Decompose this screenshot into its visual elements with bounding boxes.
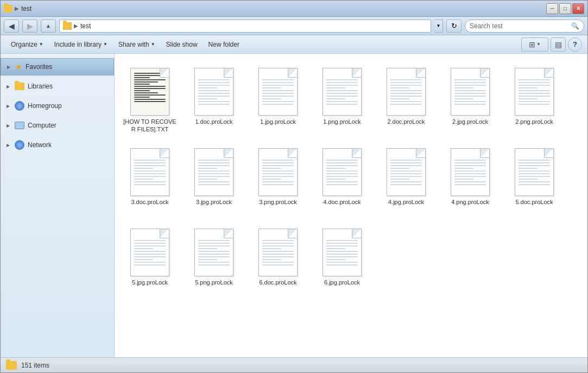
file-icon-large bbox=[128, 225, 172, 276]
address-path[interactable]: ▶ test bbox=[59, 20, 431, 33]
organize-button[interactable]: Organize ▼ bbox=[6, 37, 48, 52]
title-bar: ▶ test ─ □ ✕ bbox=[1, 1, 587, 17]
file-item[interactable]: 5.jpg.proLock bbox=[120, 220, 180, 296]
back-button[interactable]: ◀ bbox=[4, 20, 19, 33]
file-item[interactable]: 4.png.proLock bbox=[440, 140, 500, 216]
sidebar-homegroup-section: ▶ Homegroup bbox=[1, 97, 114, 115]
file-icon-large bbox=[192, 64, 236, 116]
refresh-button[interactable]: ↻ bbox=[446, 20, 461, 33]
file-item[interactable]: 6.doc.proLock bbox=[248, 220, 308, 296]
address-bar: ◀ ▶ ▲ ▶ test ▼ ↻ 🔍 bbox=[1, 17, 587, 35]
file-item[interactable]: [HOW TO RECOVER FILES].TXT bbox=[120, 59, 180, 135]
file-name: 5.doc.proLock bbox=[515, 198, 553, 206]
file-icon-large bbox=[513, 144, 556, 196]
file-item[interactable]: 5.png.proLock bbox=[184, 220, 244, 296]
file-name: 6.doc.proLock bbox=[259, 279, 296, 286]
main-area: ▶ ★ Favorites ▶ Libraries ▶ Homegroup bbox=[1, 54, 587, 357]
sidebar-label-computer: Computer bbox=[28, 122, 56, 129]
help-button[interactable]: ? bbox=[568, 37, 582, 52]
file-name: [HOW TO RECOVER FILES].TXT bbox=[123, 118, 177, 134]
file-item[interactable]: 1.doc.proLock bbox=[184, 59, 244, 135]
file-item[interactable]: 1.png.proLock bbox=[312, 59, 372, 135]
file-icon-large bbox=[448, 144, 492, 196]
sidebar-item-favorites[interactable]: ▶ ★ Favorites bbox=[1, 58, 114, 75]
doc-page bbox=[130, 68, 169, 116]
doc-page bbox=[451, 148, 490, 196]
file-item[interactable]: 3.jpg.proLock bbox=[184, 140, 244, 216]
expand-icon: ▶ bbox=[5, 122, 11, 129]
sidebar-item-homegroup[interactable]: ▶ Homegroup bbox=[1, 97, 114, 115]
share-with-button[interactable]: Share with ▼ bbox=[113, 37, 160, 52]
file-icon-large bbox=[192, 225, 236, 276]
sidebar-item-computer[interactable]: ▶ Computer bbox=[1, 117, 114, 134]
title-bar-left: ▶ test bbox=[4, 5, 546, 12]
expand-icon: ▶ bbox=[5, 64, 12, 70]
window-controls: ─ □ ✕ bbox=[546, 3, 584, 14]
status-count: 151 items bbox=[21, 362, 49, 369]
file-item[interactable]: 1.jpg.proLock bbox=[248, 59, 308, 135]
new-folder-button[interactable]: New folder bbox=[204, 37, 244, 52]
file-grid[interactable]: [HOW TO RECOVER FILES].TXT 1.doc.proLock bbox=[115, 54, 587, 357]
file-icon-large bbox=[192, 144, 236, 196]
doc-page bbox=[130, 229, 169, 276]
address-dropdown[interactable]: ▼ bbox=[434, 20, 443, 33]
forward-button[interactable]: ▶ bbox=[22, 20, 37, 33]
doc-page bbox=[258, 68, 298, 116]
sidebar-item-libraries[interactable]: ▶ Libraries bbox=[1, 78, 114, 95]
file-icon-large bbox=[320, 64, 364, 116]
file-icon-large bbox=[384, 144, 428, 196]
computer-icon bbox=[15, 122, 24, 129]
file-name: 5.jpg.proLock bbox=[132, 279, 168, 286]
file-name: 1.jpg.proLock bbox=[260, 118, 296, 125]
doc-page bbox=[194, 68, 233, 116]
file-name: 1.png.proLock bbox=[323, 118, 361, 125]
sidebar-label-favorites: Favorites bbox=[26, 63, 52, 71]
file-item[interactable]: 2.doc.proLock bbox=[376, 59, 436, 135]
file-item[interactable]: 3.png.proLock bbox=[248, 140, 308, 216]
doc-page bbox=[130, 148, 169, 196]
file-icon-large bbox=[256, 64, 300, 116]
status-bar: 151 items bbox=[1, 357, 587, 372]
search-box[interactable]: 🔍 bbox=[465, 20, 584, 33]
minimize-button[interactable]: ─ bbox=[546, 3, 558, 14]
up-button[interactable]: ▲ bbox=[41, 20, 56, 33]
doc-page bbox=[258, 229, 298, 276]
file-icon-large bbox=[513, 64, 556, 116]
file-icon-large bbox=[320, 225, 364, 276]
doc-page bbox=[515, 148, 554, 196]
file-item[interactable]: 4.doc.proLock bbox=[312, 140, 372, 216]
sidebar-label-libraries: Libraries bbox=[28, 83, 53, 90]
file-name: 3.jpg.proLock bbox=[196, 198, 232, 206]
sidebar-computer-section: ▶ Computer bbox=[1, 117, 114, 134]
file-icon-large bbox=[256, 225, 300, 276]
globe-icon bbox=[15, 101, 24, 111]
doc-page bbox=[323, 68, 362, 116]
sidebar-item-network[interactable]: ▶ Network bbox=[1, 136, 114, 154]
title-folder-icon bbox=[4, 5, 12, 12]
close-button[interactable]: ✕ bbox=[572, 3, 584, 14]
details-pane-button[interactable]: ▤ bbox=[551, 37, 566, 52]
file-name: 4.jpg.proLock bbox=[388, 198, 424, 206]
file-name: 2.png.proLock bbox=[515, 118, 553, 125]
sidebar-label-homegroup: Homegroup bbox=[28, 102, 62, 110]
address-arrow: ▶ bbox=[74, 23, 78, 29]
include-in-library-button[interactable]: Include in library ▼ bbox=[49, 37, 112, 52]
sidebar-favorites-section: ▶ ★ Favorites bbox=[1, 58, 114, 75]
search-input[interactable] bbox=[470, 22, 569, 30]
file-item[interactable]: 4.jpg.proLock bbox=[376, 140, 436, 216]
sidebar-label-network: Network bbox=[28, 141, 52, 149]
search-icon: 🔍 bbox=[571, 22, 579, 30]
file-icon-large bbox=[448, 64, 492, 116]
maximize-button[interactable]: □ bbox=[559, 3, 571, 14]
slide-show-button[interactable]: Slide show bbox=[161, 37, 203, 52]
toolbar: Organize ▼ Include in library ▼ Share wi… bbox=[1, 35, 587, 54]
expand-icon: ▶ bbox=[5, 142, 11, 148]
file-item[interactable]: 2.png.proLock bbox=[504, 59, 564, 135]
file-name: 1.doc.proLock bbox=[195, 118, 232, 125]
file-item[interactable]: 3.doc.proLock bbox=[120, 140, 180, 216]
file-item[interactable]: 6.jpg.proLock bbox=[312, 220, 372, 296]
view-dropdown-button[interactable]: ⊞ ▼ bbox=[521, 37, 548, 52]
doc-page bbox=[515, 68, 554, 116]
file-item[interactable]: 2.jpg.proLock bbox=[440, 59, 500, 135]
file-item[interactable]: 5.doc.proLock bbox=[504, 140, 564, 216]
